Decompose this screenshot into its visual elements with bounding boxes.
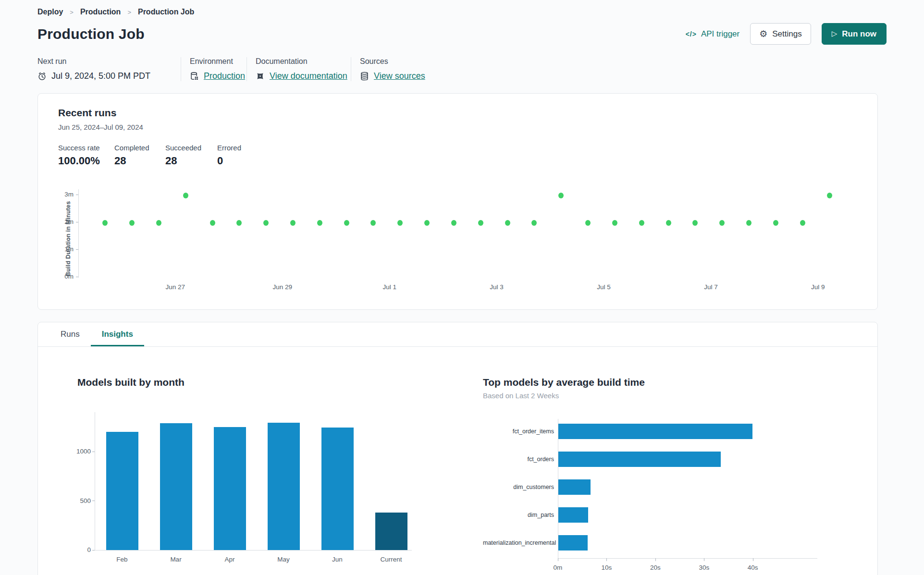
run-dot[interactable] <box>451 220 456 226</box>
scatter-y-tick-label: 3m <box>60 191 74 198</box>
run-dot[interactable] <box>773 220 778 226</box>
models-by-month-chart: Models built by month 05001000FebMarAprM… <box>77 377 483 575</box>
settings-label: Settings <box>772 29 801 39</box>
run-dot[interactable] <box>639 220 644 226</box>
bar-y-axis-line <box>95 412 95 551</box>
model-bar[interactable] <box>558 452 721 467</box>
breadcrumb-production[interactable]: Production <box>80 8 121 16</box>
run-duration-plot: 0m1m2m3mJun 27Jun 29Jul 1Jul 3Jul 5Jul 7… <box>78 185 857 297</box>
run-dot[interactable] <box>505 220 510 226</box>
run-dot[interactable] <box>263 220 269 226</box>
run-dot[interactable] <box>156 220 161 226</box>
run-dot[interactable] <box>370 220 376 226</box>
run-dot[interactable] <box>746 220 752 226</box>
bar-x-tick-label: Apr <box>208 556 251 563</box>
stat-value: 28 <box>165 155 217 167</box>
stat-succeeded: Succeeded 28 <box>165 144 217 167</box>
scatter-y-tick-mark <box>76 222 78 222</box>
recent-runs-card: Recent runs Jun 25, 2024–Jul 09, 2024 Su… <box>37 93 878 310</box>
bar-y-tick-label: 500 <box>72 497 91 504</box>
run-duration-chart: Build Duration in Minutes 0m1m2m3mJun 27… <box>58 185 857 297</box>
month-bar[interactable] <box>160 423 192 550</box>
hbar-x-tick-label: 30s <box>692 564 716 571</box>
run-dot[interactable] <box>612 220 617 226</box>
run-dot[interactable] <box>666 220 671 226</box>
model-label: dim_customers <box>483 484 554 490</box>
hbar-x-tick-mark <box>704 558 704 561</box>
run-dot[interactable] <box>102 220 108 226</box>
scatter-x-tick-label: Jun 27 <box>161 283 190 291</box>
bar-x-tick-label: Mar <box>154 556 197 563</box>
bar-x-tick-label: Feb <box>100 556 144 563</box>
gear-icon: ⚙ <box>759 29 767 38</box>
run-dot[interactable] <box>344 220 349 226</box>
stat-success-rate: Success rate 100.00% <box>58 144 114 167</box>
run-now-button[interactable]: ▷ Run now <box>822 23 887 45</box>
api-trigger-link[interactable]: </> API trigger <box>686 29 740 39</box>
tabs-row: Runs Insights <box>38 322 877 347</box>
month-bar[interactable] <box>268 423 300 550</box>
run-dot[interactable] <box>236 220 242 226</box>
hbar-x-tick-label: 20s <box>643 564 667 571</box>
scatter-y-tick-label: 1m <box>60 245 74 253</box>
code-icon: </> <box>686 30 697 38</box>
bar-baseline <box>95 550 412 551</box>
stat-label: Errored <box>217 144 241 152</box>
run-dot[interactable] <box>531 220 537 226</box>
scatter-y-tick-label: 0m <box>60 273 74 280</box>
documentation-label: Documentation <box>256 57 337 66</box>
top-models-plot: fct_order_itemsfct_ordersdim_customersdi… <box>483 419 838 575</box>
model-bar[interactable] <box>558 424 752 439</box>
stat-label: Succeeded <box>165 144 217 152</box>
scatter-y-tick-mark <box>76 277 78 277</box>
run-dot[interactable] <box>424 220 430 226</box>
model-bar[interactable] <box>558 507 588 523</box>
run-dot[interactable] <box>692 220 698 226</box>
run-dot[interactable] <box>183 193 188 198</box>
model-label: fct_order_items <box>483 428 554 435</box>
breadcrumb-production-job: Production Job <box>138 8 194 16</box>
scatter-y-tick-label: 2m <box>60 218 74 225</box>
run-dot[interactable] <box>317 220 322 226</box>
environment-link[interactable]: Production <box>204 71 245 81</box>
api-trigger-label: API trigger <box>701 29 739 39</box>
month-bar[interactable] <box>106 432 138 550</box>
run-dot[interactable] <box>397 220 403 226</box>
view-documentation-link[interactable]: View documentation <box>270 71 347 81</box>
meta-environment: Environment Production <box>181 57 246 81</box>
month-bar[interactable] <box>321 428 354 550</box>
dbt-logo-icon <box>256 72 265 81</box>
settings-button[interactable]: ⚙ Settings <box>750 23 811 45</box>
database-grid-icon <box>190 72 199 81</box>
run-dot[interactable] <box>290 220 296 226</box>
scatter-y-tick-mark <box>76 195 78 195</box>
stat-value: 28 <box>114 155 165 167</box>
run-dot[interactable] <box>210 220 215 226</box>
breadcrumb-deploy[interactable]: Deploy <box>37 8 63 16</box>
tab-runs[interactable]: Runs <box>49 322 91 346</box>
run-dot[interactable] <box>129 220 135 226</box>
hbar-x-tick-label: 0m <box>546 564 570 571</box>
run-dot[interactable] <box>719 220 725 226</box>
tab-insights[interactable]: Insights <box>91 322 144 346</box>
hbar-x-tick-label: 10s <box>594 564 618 571</box>
stat-errored: Errored 0 <box>217 144 241 167</box>
run-dot[interactable] <box>800 220 805 226</box>
run-dot[interactable] <box>585 220 591 226</box>
sources-label: Sources <box>360 57 425 66</box>
view-sources-link[interactable]: View sources <box>374 71 425 81</box>
insights-charts-row: Models built by month 05001000FebMarAprM… <box>38 347 877 575</box>
job-meta-row: Next run Jul 9, 2024, 5:00 PM PDT Enviro… <box>37 57 887 81</box>
month-bar[interactable] <box>214 427 246 550</box>
bar-y-tick-mark <box>92 452 95 452</box>
model-bar[interactable] <box>558 479 591 495</box>
model-label: fct_orders <box>483 456 554 463</box>
hbar-x-tick-mark <box>753 558 753 561</box>
chevron-right-icon: > <box>127 9 131 16</box>
run-dot[interactable] <box>478 220 483 226</box>
month-bar[interactable] <box>375 513 407 550</box>
run-dot[interactable] <box>827 193 832 198</box>
run-dot[interactable] <box>558 193 564 198</box>
model-label: materialization_incremental <box>483 539 554 546</box>
model-bar[interactable] <box>558 535 588 551</box>
